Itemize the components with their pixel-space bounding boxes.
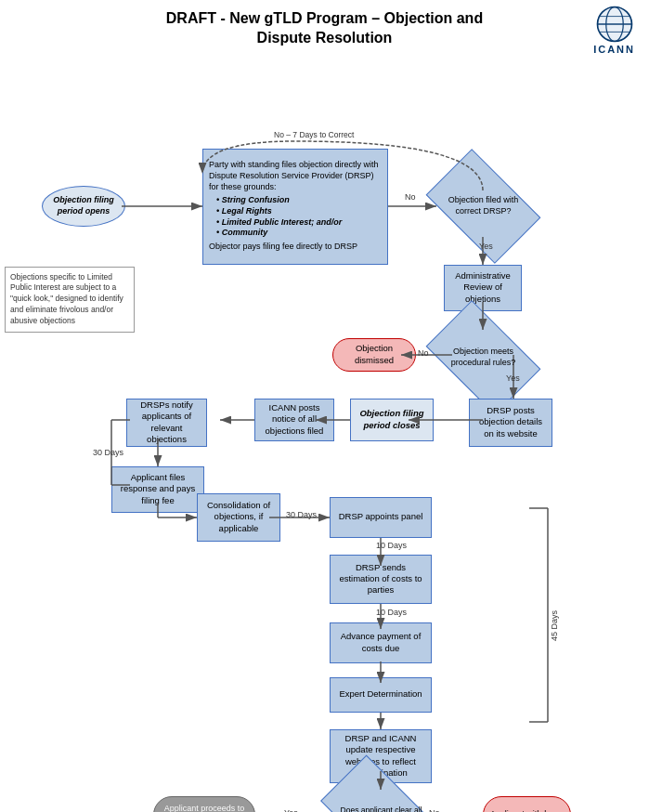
header: DRAFT - New gTLD Program – Objection and… [0,0,649,53]
party-files-text: Party with standing files objection dire… [209,160,382,253]
applicant-proceeds-box: Applicant proceeds to subsequent stage [153,796,255,812]
no-label-top: No [405,192,416,202]
no-label-procedural: No [418,348,429,358]
note-limited-pi: Objections specific to Limited Public In… [5,267,135,333]
advance-payment-box: Advance payment of costs due [330,622,432,663]
party-files-box: Party with standing files objection dire… [202,149,388,265]
no-7-days-label: No – 7 Days to Correct [274,130,354,139]
procedural-rules-text: Objection meets procedural rules? [435,342,532,373]
flowchart: Objections specific to Limited Public In… [0,53,649,805]
applicant-clear-text: Does applicant clear all objections? [328,801,435,812]
yes-label-clear: Yes [284,808,298,812]
admin-review-box: Administrative Review of objetions [444,265,522,311]
objection-period-closes-box: Objection filing period closes [350,399,434,441]
30-days-label-2: 30 Days [286,510,317,519]
30-days-label-1: 30 Days [93,448,123,457]
applicant-clear-diamond: Does applicant clear all objections? [328,783,435,812]
page-title: DRAFT - New gTLD Program – Objection and… [166,9,483,48]
10-days-label-2: 10 Days [376,608,407,617]
objection-dismissed-box: Objection dismissed [332,338,416,372]
correct-drsp-text: Objection filed with correct DRSP? [435,190,532,221]
drsp-sends-box: DRSP sends estimation of costs to partie… [330,555,432,604]
objection-filing-opens-box: Objection filing period opens [42,186,125,227]
applicant-files-box: Applicant files response and pays filing… [111,466,204,513]
page-container: DRAFT - New gTLD Program – Objection and… [0,0,649,812]
icann-posts-box: ICANN posts notice of all objections fil… [254,399,334,441]
drsp-posts-box: DRSP posts objection details on its webs… [469,399,552,447]
correct-drsp-diamond: Objection filed with correct DRSP? [435,174,532,239]
yes-label-1: Yes [479,242,493,251]
10-days-label-1: 10 Days [376,541,407,550]
icann-globe-icon [595,5,634,44]
svg-point-5 [597,7,631,42]
drsps-notify-box: DRSPs notify applicants of relevant obje… [126,399,207,447]
icann-logo: ICANN [593,5,635,55]
applicant-withdraws-box: Applicant withdraws [483,796,571,812]
no-label-clear: No [429,808,440,812]
consolidation-box: Consolidation of objections, if applicab… [197,493,280,542]
45-days-label: 45 Days [550,610,559,641]
yes-label-procedural: Yes [506,373,520,383]
expert-determination-box: Expert Determination [330,677,432,713]
drsp-appoints-box: DRSP appoints panel [330,497,432,538]
